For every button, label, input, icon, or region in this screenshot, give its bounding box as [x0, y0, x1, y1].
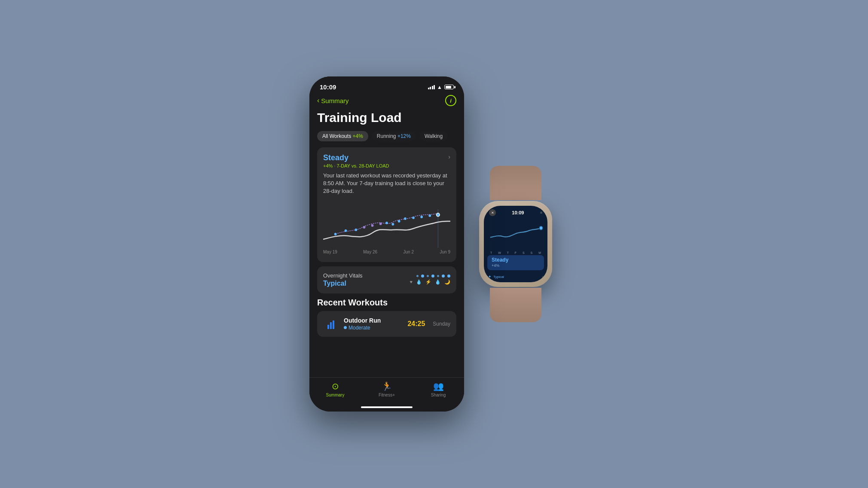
sharing-tab-icon: 👥	[433, 381, 444, 391]
status-bar: 10:09 ▲	[309, 76, 464, 92]
wifi-icon: ▲	[437, 84, 442, 90]
watch-steady-label: Steady	[492, 257, 540, 263]
vitals-dots	[416, 274, 450, 278]
svg-point-9	[404, 217, 406, 220]
home-indicator	[361, 406, 413, 408]
steady-chevron-icon: ›	[448, 153, 450, 160]
signal-icon	[428, 85, 435, 89]
watch-close-button[interactable]: ✕	[489, 209, 496, 216]
filter-tab-walking[interactable]: Walking	[419, 131, 448, 141]
workout-day: Sunday	[433, 321, 450, 327]
nav-bar: ‹ Summary i	[309, 92, 464, 108]
watch-vitals-label: Typical	[493, 275, 504, 279]
steady-subtitle: +4% · 7-DAY vs. 28-DAY LOAD	[323, 163, 450, 168]
back-chevron-icon: ‹	[317, 97, 319, 104]
watch-band-top	[490, 166, 541, 200]
workout-card[interactable]: Outdoor Run Moderate 24:25 Sunday	[317, 311, 456, 337]
svg-point-3	[363, 226, 366, 229]
watch-band-bottom	[490, 288, 541, 322]
chart-labels: May 19 May 26 Jun 2 Jun 9	[323, 248, 450, 256]
svg-point-8	[398, 220, 400, 223]
svg-point-5	[379, 223, 382, 225]
main-content: Training Load All Workouts +4% Running +…	[309, 108, 464, 370]
svg-point-1	[345, 229, 347, 232]
watch-status-bar: ✕ 10:09 ≡	[484, 206, 547, 218]
svg-point-10	[412, 217, 415, 219]
svg-point-4	[371, 224, 374, 227]
status-time: 10:09	[320, 83, 336, 91]
workout-icon	[323, 316, 339, 332]
steady-card: Steady › +4% · 7-DAY vs. 28-DAY LOAD You…	[317, 147, 456, 262]
info-button[interactable]: i	[445, 95, 456, 106]
steady-description: Your last rated workout was recorded yes…	[323, 172, 450, 195]
watch-body: ✕ 10:09 ≡ T W T F S S M	[479, 201, 552, 287]
tab-sharing-label: Sharing	[431, 393, 446, 397]
watch-time: 10:09	[512, 210, 524, 215]
battery-icon	[444, 85, 454, 89]
tab-bar: ⊙ Summary 🏃 Fitness+ 👥 Sharing	[309, 377, 464, 412]
watch-day-labels: T W T F S S M	[484, 251, 547, 254]
filter-tabs: All Workouts +4% Running +12% Walking	[317, 131, 456, 141]
svg-point-2	[355, 229, 358, 231]
svg-point-6	[385, 222, 388, 224]
tab-fitness[interactable]: 🏃 Fitness+	[361, 381, 413, 397]
workout-time: 24:25	[407, 320, 425, 328]
filter-tab-all[interactable]: All Workouts +4%	[317, 131, 368, 141]
tab-summary-label: Summary	[326, 393, 345, 397]
filter-tab-running[interactable]: Running +12%	[372, 131, 416, 141]
tab-fitness-label: Fitness+	[379, 393, 395, 397]
watch-vitals-icon: ✦	[488, 274, 492, 279]
watch-steady-pct: +4%	[492, 263, 540, 268]
svg-point-12	[428, 214, 431, 217]
watch-steady-card: Steady +4%	[487, 255, 544, 270]
training-load-chart	[323, 201, 450, 248]
workout-name: Outdoor Run	[344, 317, 402, 324]
fitness-tab-icon: 🏃	[382, 381, 392, 391]
watch-chart	[484, 218, 547, 251]
page-title: Training Load	[317, 110, 456, 125]
status-icons: ▲	[428, 84, 454, 90]
vitals-icons: ♥ 💧 ⚡ 💧 🌙	[410, 279, 450, 285]
watch-screen: ✕ 10:09 ≡ T W T F S S M	[484, 206, 547, 282]
apple-watch: ✕ 10:09 ≡ T W T F S S M	[473, 188, 559, 300]
svg-point-0	[334, 233, 337, 235]
overnight-vitals-card[interactable]: Overnight Vitals Typical ♥	[317, 266, 456, 293]
tab-sharing[interactable]: 👥 Sharing	[413, 381, 464, 397]
watch-vitals-row[interactable]: ✦ Typical ›	[484, 273, 547, 282]
svg-point-7	[391, 223, 394, 226]
info-icon: i	[450, 98, 452, 104]
svg-point-15	[539, 226, 543, 230]
workout-intensity: Moderate	[344, 325, 402, 331]
back-button[interactable]: ‹ Summary	[317, 97, 349, 104]
steady-title: Steady	[323, 153, 348, 162]
vitals-status: Typical	[323, 280, 363, 287]
watch-menu-icon: ≡	[540, 210, 542, 215]
svg-point-11	[420, 216, 423, 218]
iphone-device: 10:09 ▲ ‹ Summary i	[309, 76, 464, 412]
summary-tab-icon: ⊙	[332, 381, 339, 391]
back-label: Summary	[321, 97, 348, 104]
iphone-screen: 10:09 ▲ ‹ Summary i	[309, 76, 464, 412]
vitals-title: Overnight Vitals	[323, 272, 363, 279]
recent-workouts-title: Recent Workouts	[317, 298, 456, 308]
watch-vitals-chevron-icon: ›	[542, 275, 543, 279]
tab-summary[interactable]: ⊙ Summary	[309, 381, 361, 397]
